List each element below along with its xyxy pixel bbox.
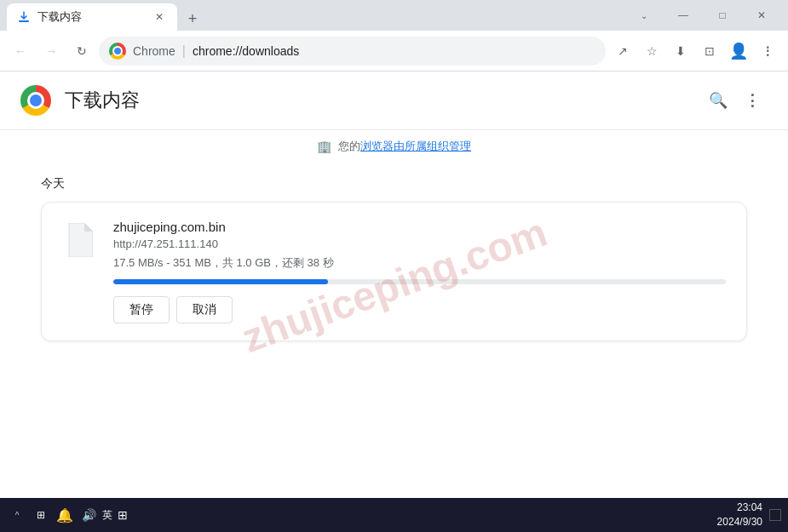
share-button[interactable]: ↗ (609, 37, 636, 65)
language-badge: 英 (102, 508, 112, 523)
browser-content: zhujiceping.com 下载内容 🔍 ⋮ 🏢 您的浏览器由所属组织管理 … (0, 72, 788, 498)
menu-button[interactable]: ⋮ (754, 37, 781, 65)
url-text: chrome://downloads (193, 44, 299, 58)
minimize-button[interactable]: — (664, 0, 703, 31)
file-icon (62, 220, 96, 260)
header-actions: 🔍 ⋮ (703, 85, 768, 116)
site-security-icon (109, 43, 126, 60)
address-bar: ← → ↻ Chrome | chrome://downloads ↗ ☆ ⬇ … (0, 31, 788, 72)
taskbar-volume-icon[interactable]: 🔊 (78, 505, 99, 525)
taskbar-notification-icon[interactable]: 🔔 (55, 505, 75, 525)
url-separator: | (182, 43, 186, 59)
taskbar-chevron-icon[interactable]: ^ (7, 505, 27, 525)
refresh-button[interactable]: ↻ (68, 37, 95, 65)
file-svg-icon (66, 223, 93, 257)
search-button[interactable]: 🔍 (703, 85, 733, 116)
forward-button[interactable]: → (37, 37, 65, 65)
tab-bar: 下载内容 ✕ + (7, 0, 624, 31)
progress-bar-fill (113, 279, 328, 284)
page-title: 下载内容 (65, 88, 140, 113)
org-text: 您的浏览器由所属组织管理 (338, 139, 471, 154)
title-bar: 下载内容 ✕ + ⌄ — □ ✕ (0, 0, 788, 31)
new-tab-button[interactable]: + (181, 7, 204, 31)
bookmark-button[interactable]: ☆ (638, 37, 665, 65)
sys-tray: 英 ⊞ (102, 508, 128, 523)
download-url: http://47.251.111.140 (113, 237, 726, 250)
downloads-page-wrapper: zhujiceping.com 下载内容 🔍 ⋮ 🏢 您的浏览器由所属组织管理 … (0, 72, 788, 498)
download-status-button[interactable]: ⬇ (667, 37, 694, 65)
taskbar-time: 23:04 2024/9/30 (717, 501, 762, 529)
org-link[interactable]: 浏览器由所属组织管理 (360, 140, 471, 152)
tab-close-button[interactable]: ✕ (152, 9, 167, 25)
download-info: zhujiceping.com.bin http://47.251.111.14… (113, 220, 726, 323)
url-bar[interactable]: Chrome | chrome://downloads (99, 37, 606, 66)
taskbar-left: ^ ⊞ 🔔 🔊 (7, 505, 99, 525)
address-actions: ↗ ☆ ⬇ ⊡ 👤 ⋮ (609, 37, 781, 65)
svg-rect-0 (19, 20, 29, 22)
profile-button[interactable]: 👤 (725, 37, 752, 65)
download-filename: zhujiceping.com.bin (113, 220, 726, 234)
close-button[interactable]: ✕ (742, 0, 781, 31)
url-brand: Chrome (133, 44, 175, 58)
taskbar-right: 23:04 2024/9/30 (717, 501, 781, 529)
back-button[interactable]: ← (7, 37, 34, 65)
downloads-area: 今天 zhujiceping.com.bin http://47.251.111… (0, 163, 788, 498)
section-label: 今天 (41, 176, 747, 192)
chevron-button[interactable]: ⌄ (624, 0, 664, 31)
download-item: zhujiceping.com.bin http://47.251.111.14… (41, 202, 747, 341)
org-icon: 🏢 (317, 140, 331, 153)
download-status: 17.5 MB/s - 351 MB，共 1.0 GB，还剩 38 秒 (113, 255, 726, 271)
progress-bar-background (113, 279, 726, 284)
more-button[interactable]: ⋮ (737, 85, 768, 116)
pause-button[interactable]: 暂停 (113, 296, 170, 323)
active-tab[interactable]: 下载内容 ✕ (7, 3, 177, 31)
download-actions: 暂停 取消 (113, 296, 726, 323)
taskbar-window-icon[interactable]: ⊞ (31, 505, 51, 525)
tab-favicon (17, 10, 31, 24)
window-controls: ⌄ — □ ✕ (624, 0, 781, 31)
date: 2024/9/30 (717, 515, 762, 529)
chrome-logo (20, 85, 51, 116)
maximize-button[interactable]: □ (703, 0, 742, 31)
cancel-button[interactable]: 取消 (176, 296, 233, 323)
taskbar: ^ ⊞ 🔔 🔊 英 ⊞ 23:04 2024/9/30 (0, 498, 788, 532)
tab-title: 下载内容 (37, 9, 145, 25)
split-view-button[interactable]: ⊡ (696, 37, 723, 65)
show-desktop-button[interactable] (769, 509, 781, 521)
grid-icon: ⊞ (118, 508, 128, 522)
clock: 23:04 (717, 501, 762, 515)
org-notice: 🏢 您的浏览器由所属组织管理 (0, 130, 788, 163)
page-header: 下载内容 🔍 ⋮ (0, 72, 788, 130)
